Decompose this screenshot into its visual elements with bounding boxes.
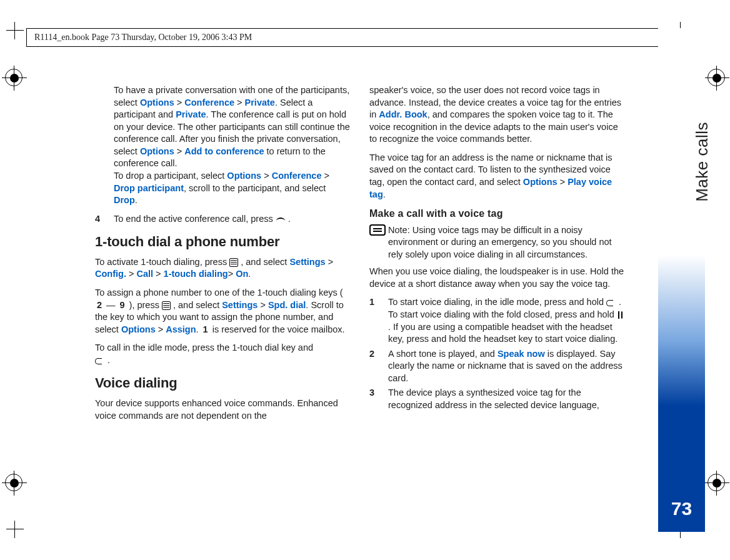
send-key-icon bbox=[95, 357, 105, 364]
end-call-icon bbox=[276, 216, 286, 223]
step-number: 2 bbox=[369, 348, 374, 361]
link-options: Options bbox=[140, 146, 174, 156]
step-4: 4 To end the active conference call, pre… bbox=[95, 213, 352, 226]
para-private-convo: To have a private conversation with one … bbox=[95, 84, 352, 207]
send-key-icon bbox=[606, 299, 616, 306]
step-number: 4 bbox=[95, 213, 100, 226]
link-conference: Conference bbox=[184, 98, 234, 108]
subheading-make-call-voice-tag: Make a call with a voice tag bbox=[369, 207, 626, 221]
header-text: R1114_en.book Page 73 Thursday, October … bbox=[34, 32, 252, 42]
link-conference: Conference bbox=[272, 171, 322, 181]
right-column: speaker's voice, so the user does not re… bbox=[369, 84, 626, 510]
step-number: 1 bbox=[369, 296, 374, 309]
header-bookmark: R1114_en.book Page 73 Thursday, October … bbox=[26, 28, 683, 47]
heading-voice-dialing: Voice dialing bbox=[95, 374, 352, 392]
side-tab: Make calls 73 bbox=[658, 28, 705, 532]
link-add-to-conference: Add to conference bbox=[184, 146, 264, 156]
link-private: Private bbox=[245, 98, 275, 108]
link-drop: Drop bbox=[114, 195, 135, 205]
key-2-icon: 2 bbox=[95, 299, 104, 312]
section-label: Make calls bbox=[692, 122, 712, 202]
link-call: Call bbox=[136, 269, 153, 279]
page-content: To have a private conversation with one … bbox=[95, 84, 626, 510]
link-addr-book: Addr. Book bbox=[379, 109, 427, 119]
key-9-icon: 9 bbox=[118, 299, 127, 312]
para-voice-tag: The voice tag for an address is the name… bbox=[369, 152, 626, 201]
para-activate-1touch: To activate 1-touch dialing, press , and… bbox=[95, 256, 352, 281]
key-1-icon: 1 bbox=[201, 324, 210, 336]
menu-key-icon bbox=[162, 301, 171, 310]
link-options: Options bbox=[227, 171, 261, 181]
link-options: Options bbox=[121, 324, 156, 334]
link-config: Config. bbox=[95, 269, 126, 279]
link-options: Options bbox=[140, 98, 174, 108]
heading-1touch-dial: 1-touch dial a phone number bbox=[95, 232, 352, 251]
link-drop-participant: Drop participant bbox=[114, 183, 184, 193]
menu-key-icon bbox=[229, 258, 238, 267]
note-icon bbox=[369, 224, 386, 236]
note-voice-tags: Note: Using voice tags may be difficult … bbox=[369, 224, 626, 261]
page-number: 73 bbox=[658, 498, 705, 519]
link-private: Private bbox=[176, 109, 206, 119]
step-1: 1 To start voice dialing, in the idle mo… bbox=[369, 296, 626, 345]
link-1touch-dialing: 1-touch dialing bbox=[164, 269, 228, 279]
side-key-icon bbox=[617, 311, 626, 319]
para-voice-dialing-use: When you use voice dialing, the loudspea… bbox=[369, 266, 626, 290]
para-assign-number: To assign a phone number to one of the 1… bbox=[95, 287, 352, 336]
link-on: On bbox=[236, 269, 248, 279]
step-3: 3 The device plays a synthesized voice t… bbox=[369, 387, 626, 411]
link-settings: Settings bbox=[222, 300, 258, 310]
left-column: To have a private conversation with one … bbox=[95, 84, 352, 510]
link-options: Options bbox=[523, 177, 558, 187]
step-2: 2 A short tone is played, and Speak now … bbox=[369, 348, 626, 385]
para-voice-intro: Your device supports enhanced voice comm… bbox=[95, 398, 352, 422]
link-spd-dial: Spd. dial bbox=[268, 300, 306, 310]
link-assign: Assign bbox=[166, 324, 196, 334]
para-speaker-voice: speaker's voice, so the user does not re… bbox=[369, 84, 626, 146]
para-call-idle: To call in the idle mode, press the 1-to… bbox=[95, 342, 352, 366]
link-speak-now: Speak now bbox=[498, 349, 545, 359]
step-number: 3 bbox=[369, 387, 374, 399]
link-settings: Settings bbox=[289, 257, 325, 267]
